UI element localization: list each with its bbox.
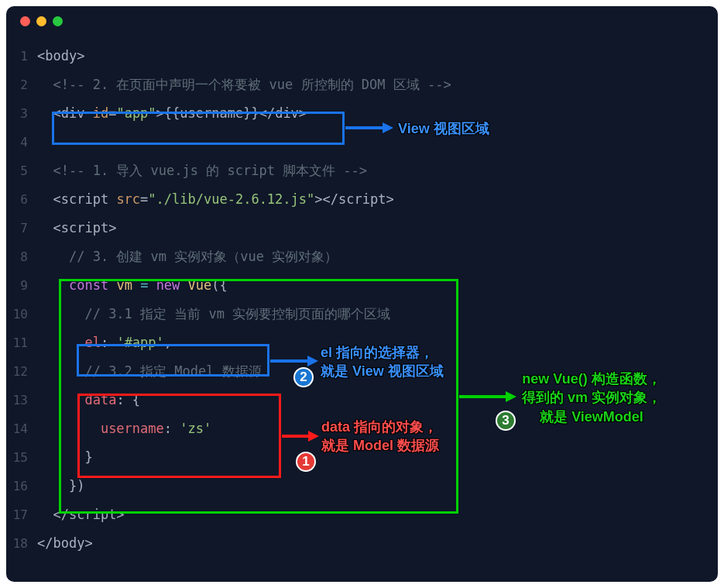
code-line: 1 <body> [6, 42, 718, 70]
tag-body-open: <body> [37, 48, 84, 64]
label-view: View 视图区域 [398, 119, 489, 138]
comment: // 3.1 指定 当前 vm 实例要控制页面的哪个区域 [84, 306, 390, 322]
line-number: 15 [6, 443, 37, 472]
line-number: 18 [6, 529, 37, 558]
zoom-icon[interactable] [53, 16, 63, 26]
code-line: 4 [6, 128, 718, 156]
code-line: 17 </script> [6, 500, 718, 529]
line-number: 4 [6, 128, 37, 156]
code-window: 1 <body> 2 <!-- 2. 在页面中声明一个将要被 vue 所控制的 … [6, 6, 718, 582]
minimize-icon[interactable] [36, 16, 46, 26]
line-number: 2 [6, 70, 37, 99]
code-line: 8 // 3. 创建 vm 实例对象（vue 实例对象） [6, 242, 718, 271]
code-line: 16 }) [6, 472, 718, 500]
line-number: 16 [6, 472, 37, 500]
code-line: 5 <!-- 1. 导入 vue.js 的 script 脚本文件 --> [6, 156, 718, 185]
close-icon[interactable] [20, 16, 30, 26]
line-number: 11 [6, 328, 37, 357]
line-number: 12 [6, 357, 37, 386]
line-number: 6 [6, 185, 37, 214]
comment: // 3.2 指定 Model 数据源 [84, 363, 261, 379]
line-number: 8 [6, 242, 37, 271]
line-number: 9 [6, 271, 37, 300]
line-number: 13 [6, 386, 37, 414]
badge-three: 3 [496, 411, 516, 431]
line-number: 14 [6, 414, 37, 443]
code-line: 3 <div id="app">{{username}}</div> [6, 99, 718, 128]
line-number: 17 [6, 500, 37, 529]
code-line: 7 <script> [6, 214, 718, 242]
code-line: 2 <!-- 2. 在页面中声明一个将要被 vue 所控制的 DOM 区域 --… [6, 70, 718, 99]
comment: // 3. 创建 vm 实例对象（vue 实例对象） [69, 249, 338, 264]
line-number: 10 [6, 300, 37, 328]
comment: <!-- 1. 导入 vue.js 的 script 脚本文件 --> [53, 163, 367, 178]
line-number: 7 [6, 214, 37, 242]
code-editor: 1 <body> 2 <!-- 2. 在页面中声明一个将要被 vue 所控制的 … [6, 36, 718, 558]
line-number: 1 [6, 42, 37, 70]
label-data: data 指向的对象， 就是 Model 数据源 [321, 418, 439, 456]
code-line: 9 const vm = new Vue({ [6, 271, 718, 300]
badge-one: 1 [296, 452, 316, 472]
comment: <!-- 2. 在页面中声明一个将要被 vue 所控制的 DOM 区域 --> [53, 77, 451, 92]
code-line: 18 </body> [6, 529, 718, 558]
code-line: 6 <script src="./lib/vue-2.6.12.js"></sc… [6, 185, 718, 214]
label-viewmodel: new Vue() 构造函数， 得到的 vm 实例对象， 就是 ViewMode… [522, 370, 661, 426]
label-el: el 指向的选择器， 就是 View 视图区域 [321, 343, 444, 381]
badge-two: 2 [293, 367, 314, 387]
line-number: 3 [6, 99, 37, 128]
line-number: 5 [6, 156, 37, 185]
code-line: 10 // 3.1 指定 当前 vm 实例要控制页面的哪个区域 [6, 300, 718, 328]
macos-titlebar [6, 6, 718, 36]
